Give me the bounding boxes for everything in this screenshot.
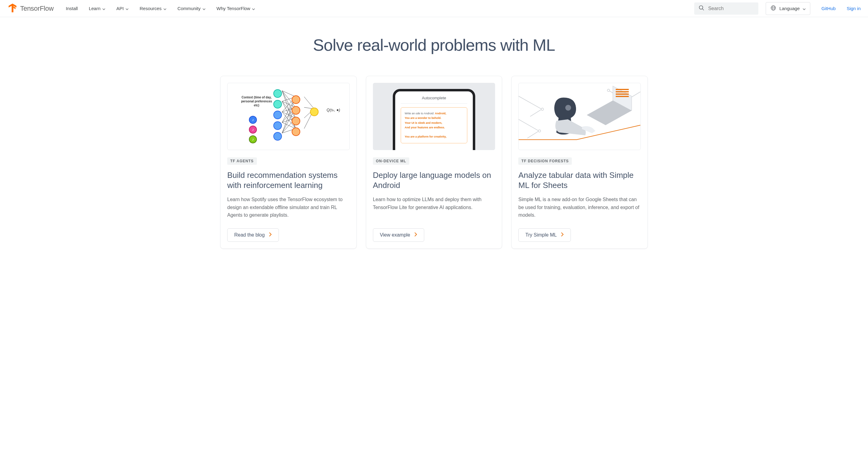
card-tag: TF AGENTS [227,158,257,165]
svg-rect-37 [616,96,629,97]
svg-point-38 [565,105,571,111]
chevron-down-icon [252,6,255,11]
svg-line-1 [702,8,704,10]
chevron-right-icon [561,232,564,238]
svg-point-31 [608,89,610,92]
read-blog-button[interactable]: Read the blog [227,228,279,242]
brand-logo[interactable]: TensorFlow [7,3,54,15]
card-tag: ON-DEVICE ML [373,158,409,165]
chevron-down-icon [126,6,129,11]
chevron-right-icon [414,232,417,238]
svg-point-29 [541,108,544,110]
cards-row: Context (time of day, personal preferenc… [220,76,648,249]
nav-why-tensorflow[interactable]: Why TensorFlow [217,6,255,11]
svg-rect-36 [616,93,629,95]
search-icon [699,5,705,12]
phone-prompt-prefix: Write an ode to Android: [405,112,435,115]
card-illustration [518,83,641,150]
music-note-icon: ♪ [249,116,257,124]
phone-screen-title: Autocomplete [401,96,467,104]
card-on-device-ml: Autocomplete Write an ode to Android: An… [366,76,502,249]
nav-api[interactable]: API [116,6,129,11]
card-title: Analyze tabular data with Simple ML for … [518,170,641,190]
nav-community[interactable]: Community [178,6,206,11]
language-selector[interactable]: Language [766,2,811,15]
brand-name: TensorFlow [20,5,54,12]
nav-learn[interactable]: Learn [89,6,105,11]
chevron-down-icon [163,6,166,11]
music-note-icon: ♪ [249,135,257,143]
nav-resources[interactable]: Resources [140,6,166,11]
card-title: Build recommendation systems with reinfo… [227,170,350,190]
card-title: Deploy large language models on Android [373,170,495,190]
tensorflow-logo-icon [7,3,18,15]
language-label: Language [779,6,800,11]
music-note-icon: ♪ [249,125,257,134]
card-decision-forests: TF DECISION FORESTS Analyze tabular data… [511,76,648,249]
try-simple-ml-button[interactable]: Try Simple ML [518,228,571,242]
chevron-down-icon [102,6,105,11]
chevron-down-icon [203,6,206,11]
card-illustration: Context (time of day, personal preferenc… [227,83,350,150]
search-input[interactable] [708,6,754,11]
search-box[interactable] [694,2,758,15]
card-description: Learn how to optimize LLMs and deploy th… [373,196,495,219]
view-example-button[interactable]: View example [373,228,424,242]
card-illustration: Autocomplete Write an ode to Android: An… [373,83,495,150]
globe-icon [770,5,776,12]
main-content: Solve real-world problems with ML Contex… [208,17,660,261]
main-nav: Install Learn API Resources Community Wh… [66,6,255,11]
card-description: Simple ML is a new add-on for Google She… [518,196,641,219]
github-link[interactable]: GitHub [821,6,836,11]
svg-rect-34 [616,89,629,90]
page-title: Solve real-world problems with ML [220,35,648,54]
card-tf-agents: Context (time of day, personal preferenc… [220,76,357,249]
svg-point-0 [699,5,703,9]
chevron-right-icon [269,232,272,238]
isometric-scene-icon [519,83,641,150]
chevron-down-icon [803,6,806,11]
card-tag: TF DECISION FORESTS [518,158,572,165]
svg-point-30 [538,130,541,132]
phone-mockup-icon: Autocomplete Write an ode to Android: An… [393,89,475,150]
top-nav: TensorFlow Install Learn API Resources C… [0,0,868,17]
card-description: Learn how Spotify uses the TensorFlow ec… [227,196,350,219]
sign-in-link[interactable]: Sign in [847,6,861,11]
svg-rect-35 [616,91,629,92]
nav-install[interactable]: Install [66,6,78,11]
